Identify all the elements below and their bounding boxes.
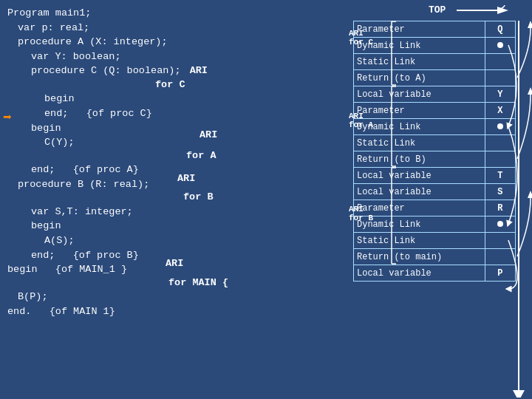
- svg-text:ARI: ARI: [349, 205, 364, 214]
- ari-arrows-icon: ARI for C ARI for A ARI for B: [347, 21, 532, 398]
- top-label: TOP: [429, 4, 446, 16]
- code-panel: Program main1; var p: real; procedure A …: [0, 0, 347, 399]
- code-line-1: Program main1;: [7, 6, 340, 21]
- execution-arrow: ➡: [3, 107, 12, 129]
- svg-marker-20: [528, 21, 532, 28]
- svg-text:ARI: ARI: [349, 112, 364, 120]
- code-line-6: begin: [44, 92, 340, 106]
- code-line-5b: for C: [155, 78, 340, 92]
- code-line-9: C(Y); ARI: [44, 135, 340, 150]
- code-line-17: B(P);: [18, 290, 340, 304]
- svg-text:for A: for A: [349, 120, 373, 129]
- code-ari-a: for A: [186, 149, 340, 163]
- code-line-11: procedure B (R: real); ARI: [18, 177, 340, 192]
- svg-marker-21: [528, 87, 532, 95]
- code-line-8: begin: [31, 121, 340, 136]
- svg-marker-22: [528, 191, 532, 198]
- code-line-12: var S,T: integer;: [31, 205, 340, 219]
- code-line-13: begin: [31, 219, 340, 233]
- code-line-15: end; {of proc B}: [31, 248, 340, 263]
- svg-text:for C: for C: [349, 38, 373, 47]
- code-ari-main: for MAIN {: [168, 276, 340, 290]
- code-line-2: var p: real;: [18, 21, 340, 35]
- code-line-4: var Y: boolean;: [31, 50, 340, 64]
- svg-marker-3: [513, 390, 525, 398]
- code-line-14: A(S);: [44, 233, 340, 248]
- code-line-7: end; {of proc C}: [44, 106, 340, 121]
- code-line-3: procedure A (X: integer);: [18, 35, 340, 50]
- svg-text:ARI: ARI: [349, 29, 364, 38]
- code-line-5: procedure C (Q: boolean); ARI: [31, 64, 340, 78]
- stack-panel: TOP Parameter Q Dynamic Link Static Link…: [347, 0, 532, 399]
- code-line-16: begin {of MAIN_1 } ARI: [7, 262, 340, 277]
- code-line-18: end. {of MAIN 1}: [7, 304, 340, 319]
- top-arrow-icon: [457, 4, 508, 17]
- code-ari-b: for B: [183, 190, 340, 205]
- svg-text:for B: for B: [349, 214, 373, 222]
